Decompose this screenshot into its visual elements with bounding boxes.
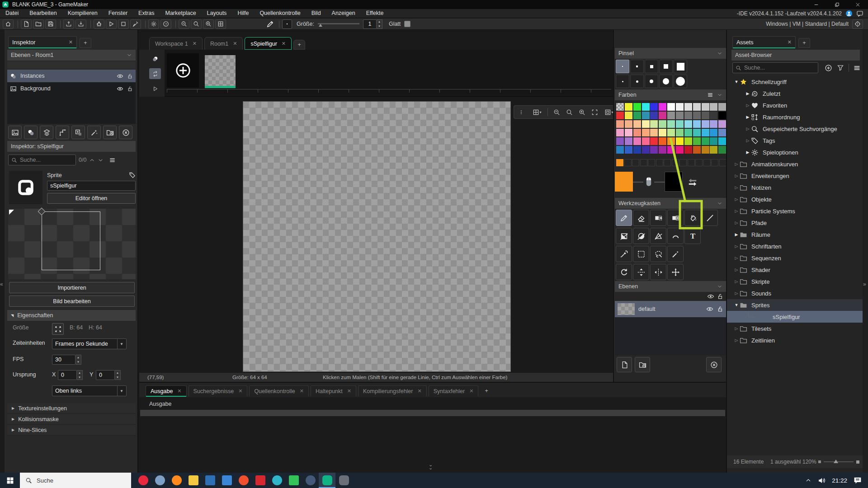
- taskbar-app-gx-games[interactable]: [335, 473, 352, 488]
- asset-tree-item-raumordnung[interactable]: ▶Raumordnung: [727, 111, 863, 123]
- taskbar-app-mail[interactable]: [218, 473, 235, 488]
- user-avatar[interactable]: [845, 10, 853, 17]
- empty-color-slot[interactable]: [624, 159, 632, 166]
- color-swatch[interactable]: [642, 103, 650, 111]
- tree-expand-icon[interactable]: ▼: [733, 303, 740, 307]
- swap-colors-icon[interactable]: [687, 176, 698, 187]
- color-swatch[interactable]: [710, 137, 717, 145]
- section-kollisionsmaske[interactable]: ▶Kollisionsmaske: [7, 414, 136, 425]
- empty-color-slot[interactable]: [695, 159, 703, 166]
- color-swatch[interactable]: [650, 137, 658, 145]
- output-tab-kompilierungsfehler[interactable]: Kompilierungsfehler✕: [358, 385, 427, 396]
- tool-line-tool[interactable]: [702, 210, 718, 226]
- asset-tree-item-gespeicherte-suchvorg-nge[interactable]: ▷Gespeicherte Suchvorgänge: [727, 123, 863, 135]
- empty-color-slot[interactable]: [719, 159, 726, 166]
- tree-expand-icon[interactable]: ▷: [745, 103, 751, 108]
- zoom-in-button[interactable]: [576, 107, 588, 117]
- asset-tree-item-skripte[interactable]: ▷Skripte: [727, 276, 863, 287]
- color-swatch[interactable]: [710, 112, 717, 119]
- all-layers-visibility-icon[interactable]: [707, 293, 714, 300]
- color-swatch[interactable]: [633, 129, 641, 136]
- color-swatch[interactable]: [693, 129, 701, 136]
- tool-arc-tool[interactable]: [667, 228, 684, 244]
- asset-tree-item-pfade[interactable]: ▷Pfade: [727, 217, 863, 229]
- taskbar-app-firefox[interactable]: [168, 473, 185, 488]
- taskbar-app-terminal[interactable]: [202, 473, 218, 488]
- filter-icon[interactable]: [837, 64, 844, 71]
- sprite-name-input[interactable]: sSpielfigur: [47, 181, 136, 191]
- color-swatch[interactable]: [676, 120, 684, 128]
- smooth-checkbox[interactable]: [404, 21, 410, 27]
- wand-button[interactable]: [87, 126, 101, 139]
- instances-button[interactable]: [24, 126, 38, 139]
- asset-menu-icon[interactable]: [853, 64, 861, 72]
- color-swatch[interactable]: [684, 137, 692, 145]
- tab-assets[interactable]: Assets✕: [732, 36, 796, 48]
- empty-color-slot[interactable]: [703, 159, 711, 166]
- color-swatch[interactable]: [633, 120, 641, 128]
- brush-circle-20[interactable]: [674, 75, 687, 88]
- menu-fenster[interactable]: Fenster: [103, 9, 133, 18]
- menu-effekte[interactable]: Effekte: [361, 9, 389, 18]
- color-swatch[interactable]: [693, 103, 701, 111]
- recent-color-swatch[interactable]: [616, 159, 623, 166]
- color-swatch[interactable]: [710, 146, 717, 154]
- color-swatch[interactable]: [667, 137, 675, 145]
- close-tab-icon[interactable]: ✕: [282, 41, 286, 47]
- tool-rotate[interactable]: [616, 264, 632, 280]
- volume-icon[interactable]: [818, 477, 826, 484]
- taskbar-app-spotify[interactable]: [285, 473, 302, 488]
- asset-search-input[interactable]: Suche...: [732, 62, 818, 73]
- tree-expand-icon[interactable]: ▷: [733, 267, 740, 272]
- color-swatch[interactable]: [667, 120, 675, 128]
- tool-lasso[interactable]: [650, 246, 666, 262]
- bug-button[interactable]: [94, 19, 104, 29]
- color-swatch[interactable]: [642, 120, 650, 128]
- room-layer-background[interactable]: Background: [7, 82, 136, 95]
- zoom-in-button[interactable]: [203, 19, 214, 29]
- tree-expand-icon[interactable]: ▷: [745, 127, 751, 131]
- tree-expand-icon[interactable]: ▷: [733, 256, 740, 260]
- color-swatch[interactable]: [642, 129, 650, 136]
- color-swatch[interactable]: [676, 137, 684, 145]
- onion-skin-button[interactable]: [149, 53, 161, 64]
- add-output-tab-button[interactable]: +: [480, 385, 492, 396]
- tree-expand-icon[interactable]: ▷: [745, 138, 751, 143]
- color-swatch[interactable]: [642, 146, 650, 154]
- layer-row-default[interactable]: default: [615, 301, 726, 317]
- collapse-right-icon[interactable]: »: [863, 281, 866, 287]
- origin-x-input[interactable]: 0: [58, 370, 77, 380]
- asset-tree-item-r-ume[interactable]: ▶Räume: [727, 229, 863, 240]
- tree-expand-icon[interactable]: ▷: [733, 244, 740, 249]
- home-button[interactable]: [3, 19, 14, 29]
- grid-button[interactable]: ▾: [529, 107, 545, 117]
- colors-header[interactable]: Farben: [615, 89, 726, 100]
- section-textureinstellungen[interactable]: ▶Textureinstellungen: [7, 403, 136, 414]
- path-icon-button[interactable]: [56, 126, 69, 139]
- color-swatch[interactable]: [650, 103, 658, 111]
- color-swatch[interactable]: [633, 112, 641, 119]
- color-swatch[interactable]: [625, 129, 632, 136]
- empty-color-slot[interactable]: [679, 159, 687, 166]
- output-scrollbar[interactable]: [140, 410, 725, 416]
- asset-tree-item-sprites[interactable]: ▼Sprites: [727, 299, 863, 311]
- broom-button[interactable]: [130, 19, 141, 29]
- close-tab-icon[interactable]: ✕: [788, 39, 792, 45]
- tool-magic-wand[interactable]: [667, 246, 684, 262]
- color-swatch[interactable]: [650, 129, 658, 136]
- asset-tree-item-schriftarten[interactable]: ▷Schriftarten: [727, 240, 863, 252]
- tray-chevron-up-icon[interactable]: [805, 477, 811, 483]
- tree-expand-icon[interactable]: ▶: [745, 91, 751, 96]
- resize-button[interactable]: [52, 323, 64, 335]
- left-dock-collapse-strip[interactable]: «: [0, 30, 5, 473]
- output-tab-syntaxfehler[interactable]: Syntaxfehler✕: [429, 385, 479, 396]
- tool-select-rect[interactable]: [633, 246, 649, 262]
- properties-section-header[interactable]: ◥ Eigenschaften: [7, 310, 136, 321]
- asset-tree-item-zeitlinien[interactable]: ▷Zeitlinien: [727, 334, 863, 346]
- color-swatch[interactable]: [625, 137, 632, 145]
- brush-square-7[interactable]: [645, 60, 658, 73]
- tool-pencil[interactable]: [616, 210, 632, 226]
- asset-tree-item-sounds[interactable]: ▷Sounds: [727, 287, 863, 299]
- tree-expand-icon[interactable]: ▷: [733, 174, 740, 178]
- menu-bearbeiten[interactable]: Bearbeiten: [24, 9, 62, 18]
